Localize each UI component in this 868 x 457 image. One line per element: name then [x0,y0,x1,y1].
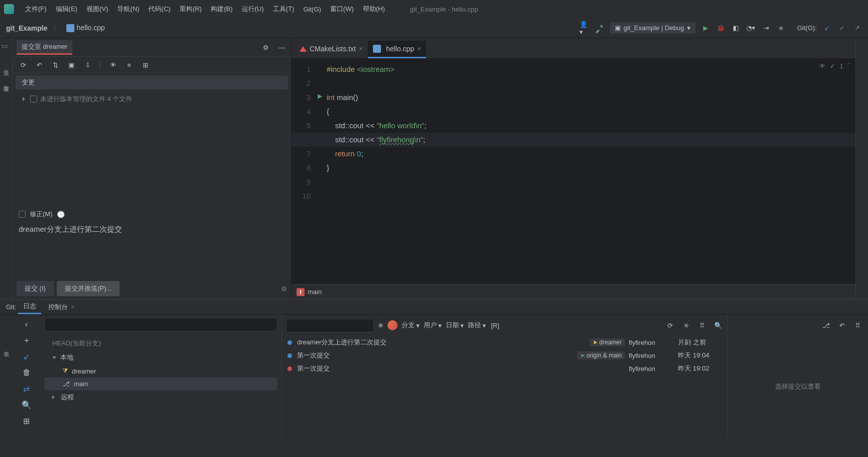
diff-icon[interactable]: ⇅ [51,60,60,69]
commit-author: flyfirehon [629,339,674,346]
user-icon[interactable]: 👤▾ [580,23,590,33]
menu-window[interactable]: 窗口(W) [326,3,358,16]
menu-help[interactable]: 帮助(H) [359,3,389,16]
revert-icon[interactable]: ↶ [837,320,847,330]
menu-git[interactable]: Git(G) [299,4,325,15]
coverage-icon[interactable]: ◧ [731,23,741,33]
unversioned-files-row[interactable]: 未进行版本管理的文件 4 个文件 [13,92,291,107]
code-editor[interactable]: 👁 ✓1 ˆ 12345678910 ▶ #include <iostream>… [292,58,855,284]
local-branches-group[interactable]: 本地 [44,350,277,364]
history-icon[interactable]: 🕓 [57,211,65,218]
back-icon[interactable]: ‹ [21,319,32,330]
commit-row[interactable]: 第一次提交 flyfirehon 昨天 19:02 [282,362,727,375]
checkout-icon[interactable]: ↙ [21,351,32,362]
regex-icon[interactable]: [R] [490,320,500,330]
build-hammer-icon[interactable] [595,23,605,33]
tag-icon: ⧩ [62,367,68,375]
expand-icon[interactable]: ⊞ [21,415,32,426]
commit-icon[interactable]: ✓ [837,23,847,33]
run-icon[interactable]: ▶ [701,23,711,33]
menu-build[interactable]: 构建(B) [207,3,236,16]
close-icon[interactable]: × [417,45,421,53]
update-project-icon[interactable]: ↙ [822,23,832,33]
refresh-icon[interactable]: ⟳ [665,320,675,330]
commit-settings-icon[interactable]: ⚙ [281,285,287,293]
branch-action-icon[interactable]: ⎇ [821,320,831,330]
right-tool-gutter [855,38,868,299]
filter-branch[interactable]: 分支 ▾ [402,321,420,330]
commit-row[interactable]: 第一次提交 ➤origin & main flyfirehon 昨天 19:04 [282,349,727,362]
menu-file[interactable]: 文件(F) [21,3,51,16]
menu-view[interactable]: 视图(V) [82,3,112,16]
show-diff-icon[interactable]: 👁 [109,60,118,69]
rollback-icon[interactable]: ↶ [35,60,44,69]
tab-cmakelists[interactable]: CMakeLists.txt × [295,41,368,58]
run-configuration-dropdown[interactable]: ▣ git_Example | Debug ▾ [610,22,696,34]
group-icon[interactable]: ≡ [125,60,134,69]
commit-search-input[interactable] [286,319,374,332]
remote-branches-group[interactable]: 远程 [44,390,277,404]
tab-hello-cpp[interactable]: hello.cpp × [368,41,426,58]
commit-tool-tab[interactable]: 提交 [3,63,10,67]
menu-edit[interactable]: 编辑(E) [52,3,81,16]
expand-icon[interactable]: ⊞ [141,60,150,69]
search-icon[interactable]: 🔍 [21,399,32,410]
breadcrumb-file[interactable]: hello.cpp [66,24,105,32]
profile-icon[interactable]: ◔▾ [746,23,756,33]
filter-date[interactable]: 日期 ▾ [446,321,464,330]
compare-icon[interactable]: ⇄ [21,383,32,394]
branch-item-main[interactable]: ⎇ main [44,378,277,390]
commit-message-input[interactable]: dreamer分支上进行第二次提交 [13,223,291,278]
editor-breadcrumbs[interactable]: f main [292,284,855,299]
changes-header[interactable]: 变更 [16,75,288,89]
refresh-icon[interactable]: ⟳ [19,60,28,69]
commits-list[interactable]: dreamer分支上进行第二次提交 ➤dreamer flyfirehon 片刻… [282,336,727,437]
changelist-icon[interactable]: ▣ [67,60,76,69]
push-icon[interactable]: ↗ [852,23,862,33]
goto-hash-icon[interactable]: ⠿ [697,320,707,330]
cherry-pick-icon[interactable]: ⚹ [681,320,691,330]
pull-requests-tool-tab[interactable]: 拉取请求 [3,79,10,83]
close-icon[interactable]: × [359,45,363,53]
commit-button[interactable]: 提交 (I) [17,281,54,296]
layout-icon[interactable]: ⠿ [853,320,863,330]
commit-panel: 提交至 dreamer ⚙ — ⟳ ↶ ⇅ ▣ ⇩ 👁 ≡ ⊞ 变更 未进行版本… [13,38,292,299]
filter-path[interactable]: 路径 ▾ [468,321,486,330]
menu-navigate[interactable]: 导航(N) [113,3,143,16]
bookmarks-tool-tab[interactable]: 书签 [3,345,10,349]
find-icon[interactable]: 🔍 [713,320,723,330]
gear-icon[interactable]: ⚙ [261,42,271,52]
shelve-icon[interactable]: ⇩ [83,60,92,69]
checkbox[interactable] [30,96,37,103]
close-icon[interactable]: × [71,303,75,311]
debug-icon[interactable]: 🐞 [716,23,726,33]
commit-panel-tab[interactable]: 提交至 dreamer [17,40,72,55]
menu-code[interactable]: 代码(C) [144,3,174,16]
attach-icon[interactable]: ⇥ [761,23,771,33]
commit-message: dreamer分支上进行第二次提交 [297,338,586,347]
add-icon[interactable]: ＋ [21,335,32,346]
tab-log[interactable]: 日志 [18,300,41,314]
tab-console[interactable]: 控制台 × [43,301,79,314]
commit-author: flyfirehon [629,352,674,359]
chevron-down-icon [52,356,56,359]
branch-search-input[interactable] [44,318,277,331]
head-branch-item[interactable]: HEAD(当前分支) [44,336,277,350]
minimize-icon[interactable]: — [277,42,287,52]
menu-refactor[interactable]: 重构(R) [175,3,206,16]
app-icon [4,4,14,14]
filter-user[interactable]: 用户 ▾ [424,321,442,330]
git-branch-label[interactable]: Git(G): [797,24,817,32]
favorite-icon[interactable]: ✱ [378,322,383,329]
breadcrumb-project[interactable]: git_Example [6,24,47,32]
project-tool-icon[interactable]: ▭ [2,42,11,51]
menu-run[interactable]: 运行(U) [238,3,268,16]
menu-tools[interactable]: 工具(T) [269,3,299,16]
breadcrumb[interactable]: git_Example 〉 hello.cpp [6,24,105,33]
stop-icon[interactable]: ■ [776,23,786,33]
commit-row[interactable]: dreamer分支上进行第二次提交 ➤dreamer flyfirehon 片刻… [282,336,727,349]
branch-item-dreamer[interactable]: ⧩ dreamer [44,364,277,378]
delete-icon[interactable]: 🗑 [21,367,32,378]
amend-checkbox[interactable] [19,211,26,218]
commit-and-push-button[interactable]: 提交并推送(P)... [57,281,120,296]
